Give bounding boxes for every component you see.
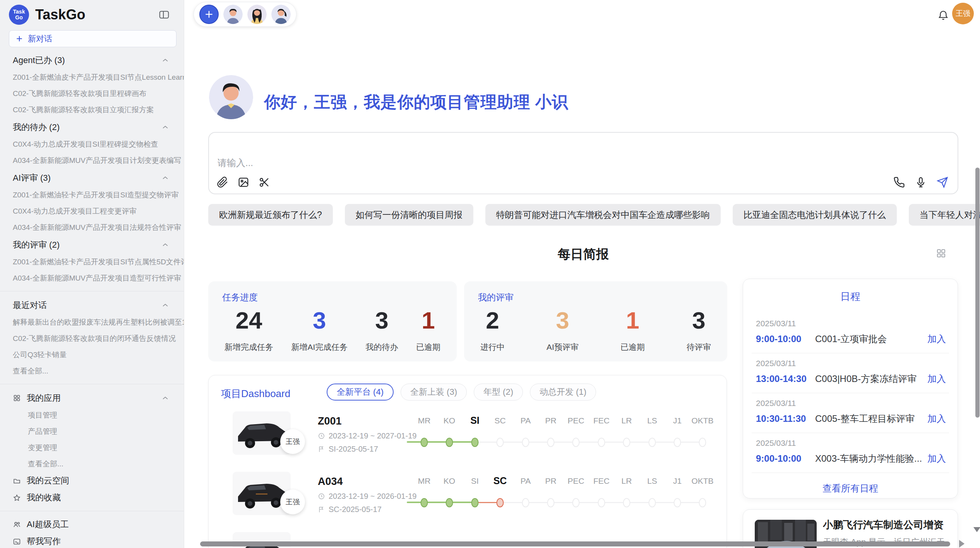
project-row[interactable]: 王强 Z001 2023-12-19 ~ 2027-01-19 SI-2025-… <box>209 411 726 475</box>
avatar[interactable] <box>271 5 291 24</box>
card-title[interactable]: 任务进度 <box>222 291 258 303</box>
layout-grid-icon[interactable] <box>936 248 946 259</box>
suggestion-chip[interactable]: 如何写一份清晰的项目周报 <box>345 204 473 226</box>
milestone-dot[interactable] <box>446 498 453 507</box>
milestone-dot[interactable] <box>572 498 580 507</box>
milestone-dot-overdue[interactable] <box>497 498 504 507</box>
join-link[interactable]: 加入 <box>927 373 946 385</box>
list-item[interactable]: C02-飞腾新能源轻客改款项目的闭环通告反馈情况 <box>0 331 184 347</box>
project-row[interactable]: 王强 A034 2023-12-19 ~ 2026-01-19 SC-2025-… <box>209 472 726 536</box>
list-item[interactable]: Z001-全新燃油轻卡产品开发项目SI造型提交物评审 <box>0 187 184 203</box>
milestone-dot[interactable] <box>649 498 656 507</box>
milestone-dot[interactable] <box>623 438 630 447</box>
milestone-dot[interactable] <box>572 438 580 447</box>
schedule-item[interactable]: 2025/03/11 9:00-10:00 C001-立项审批会 加入 <box>743 313 958 353</box>
phone-icon[interactable] <box>893 176 905 188</box>
milestone-dot[interactable] <box>699 438 706 447</box>
avatar[interactable] <box>247 5 267 24</box>
milestone-dot[interactable] <box>446 438 453 447</box>
vertical-scrollbar[interactable] <box>975 168 980 418</box>
send-icon[interactable] <box>937 176 948 188</box>
join-link[interactable]: 加入 <box>927 333 946 345</box>
star-icon <box>13 494 21 502</box>
avatar[interactable] <box>223 5 243 24</box>
section-title: AI评审 (3) <box>13 172 51 184</box>
paperclip-icon[interactable] <box>217 176 228 188</box>
list-item[interactable]: A034-全新新能源MUV产品开发项目计划变更表编写 <box>0 152 184 169</box>
milestone-dot[interactable] <box>598 438 605 447</box>
milestone-dot[interactable] <box>522 498 529 507</box>
list-item[interactable]: A034-全新新能源MUV产品开发项目法规符合性评审 <box>0 219 184 236</box>
sidebar-item-write-helper[interactable]: 帮我写作 <box>0 533 184 548</box>
sidebar-item-project-mgmt[interactable]: 项目管理 <box>0 407 184 423</box>
card-title[interactable]: 我的评审 <box>478 291 514 303</box>
list-item[interactable]: Z001-全新燃油轻卡产品开发项目SI节点属性5D文件评审 <box>0 254 184 270</box>
view-all-chats[interactable]: 查看全部... <box>0 363 184 379</box>
schedule-item[interactable]: 2025/03/11 10:30-11:30 C005-整车工程目标评审 加入 <box>743 393 958 433</box>
sidebar-item-ai-staff[interactable]: AI超级员工 <box>0 516 184 533</box>
section-recent-chats[interactable]: 最近对话 <box>0 296 184 314</box>
microphone-icon[interactable] <box>915 176 927 188</box>
section-my-apps[interactable]: 我的应用 <box>0 389 184 407</box>
filter-pill[interactable]: 全新上装 (3) <box>401 384 467 401</box>
milestone-dot[interactable] <box>471 438 479 447</box>
new-chat-label: 新对话 <box>28 33 52 44</box>
milestone-dot[interactable] <box>674 498 681 507</box>
list-item[interactable]: C0X4-动力总成开发项目SI里程碑提交物检查 <box>0 136 184 152</box>
sidebar-item-cloud-space[interactable]: 我的云空间 <box>0 472 184 489</box>
user-avatar[interactable]: 王强 <box>952 3 974 24</box>
new-chat-button[interactable]: 新对话 <box>9 30 176 47</box>
suggestion-chip[interactable]: 欧洲新规最近颁布了什么? <box>208 204 333 226</box>
horizontal-scrollbar[interactable] <box>200 541 950 546</box>
milestone-dot[interactable] <box>497 438 504 447</box>
list-item[interactable]: 解释最新出台的欧盟报废车法规再生塑料比例被调至15%... <box>0 314 184 331</box>
app-title: TaskGo <box>35 7 158 23</box>
milestone-dot[interactable] <box>421 498 428 507</box>
section-ai-review[interactable]: AI评审 (3) <box>0 169 184 187</box>
milestone-dot[interactable] <box>522 438 529 447</box>
dashboard-title[interactable]: 项目Dashboard <box>221 387 290 401</box>
notification-bell-icon[interactable] <box>937 9 949 21</box>
view-all-schedule-link[interactable]: 查看所有日程 <box>743 482 958 495</box>
sidebar-item-favorites[interactable]: 我的收藏 <box>0 489 184 506</box>
sidebar-collapse-icon[interactable] <box>158 9 170 21</box>
milestone-dot[interactable] <box>598 498 605 507</box>
list-item[interactable]: C02-飞腾新能源轻客改款项目立项汇报方案 <box>0 102 184 118</box>
list-item[interactable]: C02-飞腾新能源轻客改款项目里程碑画布 <box>0 86 184 102</box>
add-member-button[interactable] <box>199 5 219 24</box>
milestone-dot[interactable] <box>623 498 630 507</box>
milestone-dot[interactable] <box>547 498 555 507</box>
image-icon[interactable] <box>238 176 249 188</box>
section-my-review[interactable]: 我的评审 (2) <box>0 236 184 254</box>
sidebar-item-change-mgmt[interactable]: 变更管理 <box>0 440 184 456</box>
filter-pill[interactable]: 动总开发 (1) <box>530 384 596 401</box>
section-agent-done[interactable]: Agent已办 (3) <box>0 51 184 69</box>
suggestion-chip[interactable]: 当下年轻人对汽车外观有怎样的喜好趋势 <box>909 204 980 226</box>
list-item[interactable]: Z001-全新燃油皮卡产品开发项目SI节点Lesson Learn报告 <box>0 69 184 86</box>
view-all-apps[interactable]: 查看全部... <box>0 456 184 472</box>
sidebar-item-product-mgmt[interactable]: 产品管理 <box>0 423 184 440</box>
suggestion-chip[interactable]: 比亚迪全固态电池计划具体说了什么 <box>733 204 897 226</box>
milestone-dot[interactable] <box>421 438 428 447</box>
scroll-right-arrow[interactable] <box>959 540 965 548</box>
milestone-dot[interactable] <box>649 438 656 447</box>
milestone-dot[interactable] <box>471 498 479 507</box>
suggestion-chip[interactable]: 特朗普可能对进口汽车增税会对中国车企造成哪些影响 <box>485 204 721 226</box>
join-link[interactable]: 加入 <box>927 413 946 425</box>
filter-pill[interactable]: 年型 (2) <box>474 384 523 401</box>
list-item[interactable]: A034-全新新能源MUV产品开发项目造型可行性评审 <box>0 270 184 286</box>
logo-line2: Go <box>15 15 22 21</box>
milestone-dot[interactable] <box>674 438 681 447</box>
list-item[interactable]: 公司Q3轻卡销量 <box>0 347 184 363</box>
list-item[interactable]: C0X4-动力总成开发项目工程变更评审 <box>0 203 184 219</box>
section-my-todo[interactable]: 我的待办 (2) <box>0 118 184 136</box>
schedule-item[interactable]: 2025/03/11 9:00-10:00 X003-车辆动力学性能验... 加… <box>743 433 958 473</box>
milestone-dot[interactable] <box>547 438 555 447</box>
milestone-dot[interactable] <box>699 498 706 507</box>
scroll-down-arrow[interactable] <box>973 527 980 532</box>
filter-pill[interactable]: 全新平台 (4) <box>327 384 394 401</box>
scissors-icon[interactable] <box>259 176 270 188</box>
schedule-item[interactable]: 2025/03/11 13:00-14:30 C003|H0B-方案冻结评审 加… <box>743 353 958 393</box>
chat-input[interactable] <box>218 158 721 168</box>
join-link[interactable]: 加入 <box>927 452 946 465</box>
